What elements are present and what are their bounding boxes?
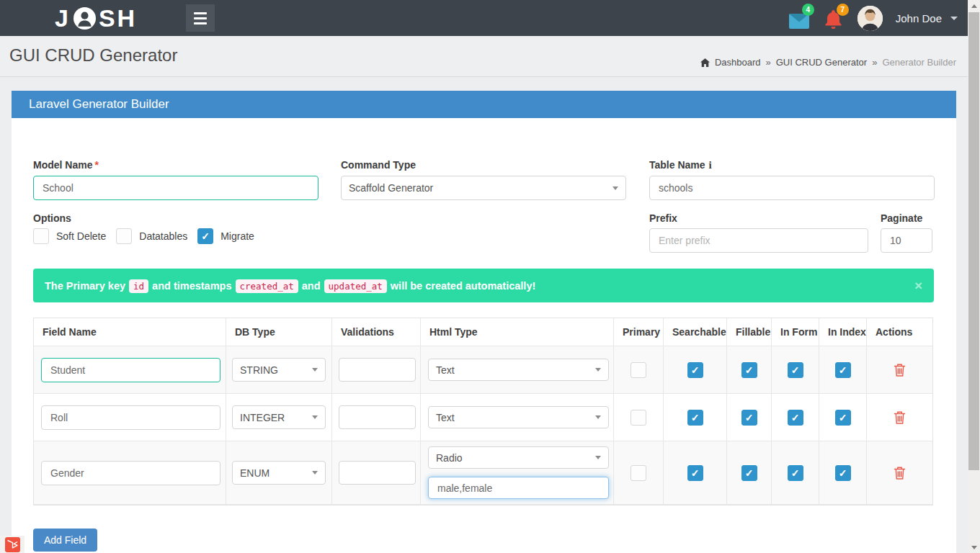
db-type-select[interactable]: ENUM bbox=[232, 461, 326, 485]
db-type-select[interactable]: STRING bbox=[232, 358, 326, 382]
add-field-button[interactable]: Add Field bbox=[33, 529, 97, 552]
breadcrumb-separator: » bbox=[765, 57, 770, 68]
column-header-validations: Validations bbox=[332, 318, 421, 346]
in-index-checkbox[interactable] bbox=[835, 410, 851, 426]
in-index-checkbox[interactable] bbox=[835, 465, 851, 481]
searchable-checkbox[interactable] bbox=[687, 362, 703, 378]
db-type-value: ENUM bbox=[240, 467, 270, 479]
chevron-down-icon bbox=[950, 17, 958, 20]
chevron-down-icon bbox=[595, 368, 601, 372]
generator-builder-panel: Laravel Generator Builder Model Name* Co… bbox=[12, 91, 956, 553]
model-name-input[interactable] bbox=[33, 176, 318, 200]
primary-checkbox[interactable] bbox=[631, 362, 646, 378]
html-type-value: Text bbox=[436, 364, 455, 376]
option-datatables: Datatables bbox=[116, 228, 187, 244]
html-type-value: Text bbox=[436, 412, 455, 423]
db-type-value: STRING bbox=[240, 364, 278, 376]
sidebar-toggle-button[interactable] bbox=[186, 4, 215, 32]
avatar-image bbox=[858, 6, 883, 31]
datatables-checkbox[interactable] bbox=[116, 228, 132, 244]
navbar-right: 4 7 John Doe bbox=[788, 0, 958, 36]
laravel-debugbar-toggle[interactable] bbox=[0, 536, 24, 553]
in-form-checkbox[interactable] bbox=[788, 410, 803, 426]
migrate-checkbox[interactable] bbox=[197, 228, 213, 244]
fillable-checkbox[interactable] bbox=[741, 465, 757, 481]
html-type-select[interactable]: Text bbox=[428, 359, 609, 381]
column-header-html-type: Html Type bbox=[421, 318, 614, 346]
paginate-label: Paginate bbox=[881, 212, 922, 224]
column-header-fillable: Fillable bbox=[727, 318, 772, 346]
html-type-select[interactable]: Radio bbox=[428, 446, 609, 469]
mail-badge: 4 bbox=[802, 4, 814, 16]
command-type-value: Scaffold Generator bbox=[349, 182, 433, 194]
prefix-label: Prefix bbox=[649, 212, 677, 224]
primary-checkbox[interactable] bbox=[631, 410, 646, 426]
in-form-checkbox[interactable] bbox=[788, 465, 803, 481]
html-type-select[interactable]: Text bbox=[428, 406, 609, 428]
laravel-icon bbox=[5, 537, 20, 552]
fillable-checkbox[interactable] bbox=[741, 362, 757, 378]
messages-menu[interactable]: 4 bbox=[788, 7, 810, 29]
breadcrumb-separator: » bbox=[872, 57, 877, 68]
column-header-db-type: DB Type bbox=[226, 318, 332, 346]
primary-checkbox[interactable] bbox=[631, 465, 646, 481]
column-header-actions: Actions bbox=[867, 318, 932, 346]
in-index-checkbox[interactable] bbox=[835, 362, 851, 378]
user-name[interactable]: John Doe bbox=[896, 12, 942, 24]
vertical-scrollbar[interactable] bbox=[968, 0, 980, 553]
breadcrumb-gui-crud-generator[interactable]: GUI CRUD Generator bbox=[776, 57, 867, 68]
required-asterisk: * bbox=[94, 159, 98, 171]
code-badge: created_at bbox=[236, 279, 298, 293]
scroll-up-button[interactable] bbox=[968, 0, 980, 12]
paginate-input[interactable] bbox=[881, 228, 932, 253]
field-name-input[interactable] bbox=[41, 358, 220, 382]
delete-row-icon[interactable] bbox=[894, 466, 906, 480]
prefix-input[interactable] bbox=[649, 228, 868, 253]
field-row: ENUM Radio bbox=[34, 441, 932, 505]
soft-delete-checkbox[interactable] bbox=[33, 228, 49, 244]
field-name-input[interactable] bbox=[41, 405, 220, 430]
column-header-in-index: In Index bbox=[819, 318, 867, 346]
code-badge: updated_at bbox=[324, 279, 387, 293]
table-name-input[interactable] bbox=[649, 176, 935, 200]
field-name-input[interactable] bbox=[41, 461, 220, 485]
logo-letters-sh: SH bbox=[99, 4, 137, 32]
alert-close-icon[interactable]: × bbox=[914, 279, 922, 292]
home-icon bbox=[700, 58, 710, 67]
fillable-checkbox[interactable] bbox=[741, 410, 757, 426]
scrollbar-thumb[interactable] bbox=[968, 12, 979, 470]
column-header-searchable: Searchable bbox=[664, 318, 727, 346]
delete-row-icon[interactable] bbox=[894, 363, 906, 377]
option-label: Datatables bbox=[139, 230, 187, 242]
command-type-label: Command Type bbox=[341, 159, 416, 171]
breadcrumb-dashboard[interactable]: Dashboard bbox=[715, 57, 761, 68]
validations-input[interactable] bbox=[339, 461, 416, 485]
chevron-down-icon bbox=[312, 471, 318, 475]
scroll-down-button[interactable] bbox=[968, 541, 980, 553]
command-type-select[interactable]: Scaffold Generator bbox=[341, 176, 626, 200]
in-form-checkbox[interactable] bbox=[788, 362, 803, 378]
validations-input[interactable] bbox=[339, 358, 416, 382]
html-type-value: Radio bbox=[436, 452, 463, 464]
html-type-options-input[interactable] bbox=[428, 477, 609, 499]
logo-letter-j: J bbox=[55, 4, 71, 32]
searchable-checkbox[interactable] bbox=[687, 410, 703, 426]
notification-badge: 7 bbox=[837, 4, 849, 16]
notifications-menu[interactable]: 7 bbox=[823, 7, 845, 29]
code-badge: id bbox=[129, 279, 148, 293]
searchable-checkbox[interactable] bbox=[687, 465, 703, 481]
option-label: Migrate bbox=[220, 230, 254, 242]
user-avatar[interactable] bbox=[858, 6, 883, 31]
josh-logo[interactable]: J SH bbox=[55, 4, 137, 32]
db-type-select[interactable]: INTEGER bbox=[232, 405, 326, 429]
panel-title: Laravel Generator Builder bbox=[12, 91, 956, 118]
primary-key-alert: The Primary keyidand timestampscreated_a… bbox=[33, 269, 934, 302]
fields-table: Field NameDB TypeValidationsHtml TypePri… bbox=[33, 318, 933, 505]
breadcrumb: Dashboard » GUI CRUD Generator » Generat… bbox=[700, 57, 956, 68]
delete-row-icon[interactable] bbox=[894, 410, 906, 425]
column-header-field-name: Field Name bbox=[34, 318, 226, 346]
validations-input[interactable] bbox=[339, 405, 416, 429]
chevron-down-icon bbox=[312, 368, 318, 372]
chevron-down-icon bbox=[312, 415, 318, 419]
fields-table-header: Field NameDB TypeValidationsHtml TypePri… bbox=[34, 318, 932, 346]
